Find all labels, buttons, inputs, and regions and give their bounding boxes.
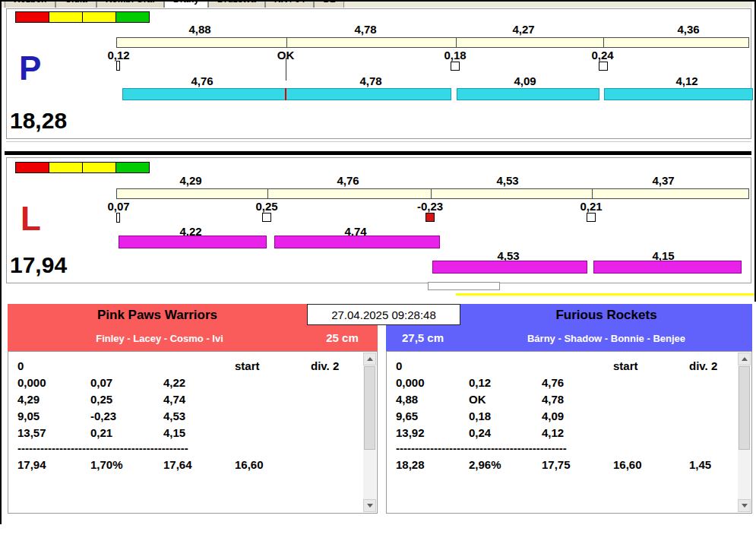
team-right-members: Bárny - Shadow - Bonnie - Benjee: [460, 333, 752, 344]
dog-time-label: 4,12: [675, 74, 697, 87]
status-segment-yellow: [82, 162, 116, 173]
scrollbar-down-button[interactable]: [363, 499, 376, 512]
table-cell: 4,88: [396, 393, 418, 406]
table-cell: 0: [396, 359, 402, 372]
scrollbar[interactable]: [738, 353, 751, 512]
scrollbar-thumb[interactable]: [364, 366, 375, 450]
yellow-progress-line: [456, 293, 754, 296]
dog-time-bar: [593, 261, 742, 274]
tab-cidla[interactable]: Čidla: [55, 2, 96, 8]
scrollbar-up-button[interactable]: [363, 353, 376, 365]
lane-p-letter: P: [19, 52, 41, 85]
status-segment-green: [115, 162, 150, 173]
table-cell: -0,23: [90, 410, 116, 422]
change-time-label: 0,21: [580, 200, 602, 213]
dog-time-label: 4,09: [514, 74, 536, 87]
dog-time-label: 4,76: [191, 74, 213, 87]
table-cell: 0,21: [90, 426, 112, 439]
panel-separator-line: [6, 141, 751, 142]
table-row: 13,92 0,24 4,12: [387, 426, 736, 443]
change-checkbox[interactable]: [262, 213, 271, 222]
table-totals-row: 17,94 1,70% 17,64 16,60: [8, 458, 362, 475]
dog-time-label: 4,78: [359, 74, 381, 87]
timeline-divider: [286, 37, 287, 48]
fault-checkbox[interactable]: [425, 213, 435, 222]
table-cell: 18,28: [396, 458, 425, 471]
timeline-divider: [456, 37, 457, 48]
table-row: 9,65 0,18 4,09: [387, 410, 736, 426]
tab-drahy[interactable]: Dráhy: [164, 2, 208, 8]
dog-time-bar: [286, 88, 451, 100]
dog-time-bar: [274, 236, 440, 248]
lane-p-total-time: 18,28: [10, 108, 67, 134]
leg-time-label: 4,36: [677, 23, 699, 36]
bar-fault-divider: [285, 88, 286, 100]
tab-kk-64[interactable]: KK / 64: [265, 2, 315, 8]
change-time-label: -0,23: [417, 200, 443, 213]
timeline-divider: [603, 37, 604, 48]
team-right-jump-height: 27,5 cm: [386, 331, 460, 344]
table-cell: 1,45: [689, 458, 711, 471]
table-header-row: 0 start div. 2: [387, 359, 736, 376]
change-checkbox[interactable]: [451, 62, 460, 71]
table-cell: 13,57: [17, 426, 46, 439]
tab-kombi-graf[interactable]: Kombi Graf: [96, 2, 164, 8]
arrow-up-icon: [742, 357, 748, 361]
team-left-jump-height: 25 cm: [307, 331, 378, 344]
tab-dl[interactable]: DL: [314, 2, 344, 8]
table-row: 4,88 OK 4,78: [387, 393, 736, 410]
lane-p-status-segments: [16, 11, 150, 23]
lane-p-panel: 4,88 4,78 4,27 4,36 0,12 OK 0,18 0,24 4,…: [6, 8, 751, 139]
flyball-timing-app: Rozbeh Čidla Kombi Graf Dráhy Družstva K…: [0, 0, 756, 544]
tab-druzstva[interactable]: Družstva: [208, 2, 265, 8]
table-cell: 16,60: [235, 458, 264, 471]
dog-time-bar: [119, 236, 267, 248]
leg-time-label: 4,27: [512, 23, 534, 36]
status-segment-red: [15, 11, 49, 23]
table-cell: 0,12: [469, 376, 491, 389]
table-cell: 4,09: [542, 410, 564, 422]
lane-p-timeline-bar: [116, 37, 749, 48]
table-header-row: 0 start div. 2: [8, 359, 362, 376]
change-checkbox[interactable]: [587, 213, 596, 222]
table-cell: 16,60: [613, 458, 642, 471]
scrollbar-up-button[interactable]: [738, 353, 751, 365]
status-segment-yellow: [49, 11, 83, 23]
table-cell: start: [235, 359, 260, 372]
table-cell: 2,96%: [469, 458, 501, 471]
tab-rozbeh[interactable]: Rozbeh: [5, 2, 55, 8]
table-cell: 4,53: [163, 410, 185, 422]
scrollbar[interactable]: [363, 353, 376, 512]
scrollbar-thumb[interactable]: [739, 366, 750, 450]
lane-l-panel: 4,29 4,76 4,53 4,37 0,07 0,25 -0,23 0,21…: [6, 157, 751, 283]
timeline-divider: [267, 188, 268, 199]
table-cell: 0,000: [17, 376, 46, 389]
change-checkbox[interactable]: [599, 62, 608, 71]
lane-l-letter: L: [21, 202, 41, 236]
change-time-label: 0,25: [255, 200, 277, 213]
start-tick-marker: [116, 61, 120, 71]
table-cell: 1,70%: [90, 458, 123, 471]
leg-time-label: 4,88: [188, 23, 210, 36]
scrollbar-down-button[interactable]: [738, 499, 751, 512]
table-cell: 17,75: [542, 458, 571, 471]
table-cell: 4,22: [163, 376, 185, 389]
change-time-label: 0,12: [107, 49, 129, 62]
lane-divider-bar: [5, 151, 751, 155]
leg-time-label: 4,78: [354, 23, 376, 36]
leg-time-label: 4,29: [179, 174, 201, 187]
table-cell: 0: [17, 359, 24, 372]
window-left-border: [0, 0, 2, 524]
ok-change-line-marker: [286, 58, 286, 81]
status-segment-yellow: [49, 162, 83, 173]
table-cell: 17,94: [17, 458, 46, 471]
table-cell: 13,92: [396, 426, 425, 439]
leg-time-label: 4,53: [496, 174, 518, 187]
change-time-label: 0,07: [107, 200, 129, 213]
change-time-label: 0,18: [444, 49, 466, 62]
table-cell: 0,000: [396, 376, 425, 389]
timeline-divider: [592, 188, 593, 199]
start-tick-marker: [116, 213, 120, 223]
table-row: 4,29 0,25 4,74: [8, 393, 362, 410]
run-timestamp: 27.04.2025 09:28:48: [307, 304, 460, 325]
